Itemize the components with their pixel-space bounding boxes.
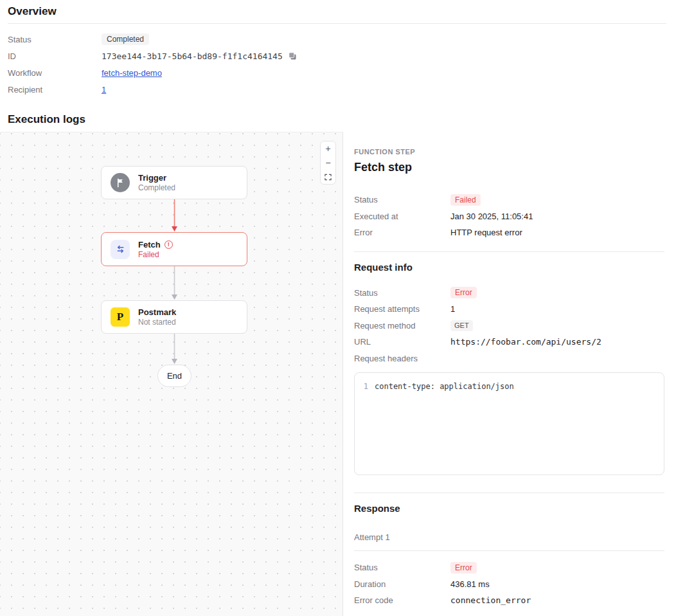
response-error-code-row: Error code connection_error [354, 592, 664, 609]
edge-postmark-end [170, 334, 179, 365]
step-error-row: Error HTTP request error [354, 224, 664, 241]
request-attempts-row: Request attempts 1 [354, 301, 664, 318]
status-label: Status [8, 35, 102, 44]
recipient-link[interactable]: 1 [102, 85, 106, 95]
node-trigger[interactable]: Trigger Completed [101, 166, 247, 199]
fetch-swap-icon [111, 240, 130, 259]
executed-at-label: Executed at [354, 212, 450, 221]
edge-fetch-postmark [170, 266, 179, 300]
attempt-label: Attempt 1 [354, 532, 664, 551]
status-badge: Completed [102, 33, 149, 45]
postmark-logo-icon: P [111, 307, 130, 327]
request-info-divider [354, 251, 664, 252]
request-headers-code-block: 1 content-type: application/json [354, 372, 664, 475]
workflow-canvas[interactable]: + − Trigger Completed [0, 132, 343, 616]
overview-id-row: ID 173ee144-3b17-5b64-bd89-f1f1c4164145 [8, 48, 666, 64]
node-end: End [157, 365, 191, 387]
workflow-link[interactable]: fetch-step-demo [102, 68, 162, 78]
request-url-value: https://foobar.com/api/users/2 [450, 337, 601, 347]
request-method-label: Request method [354, 321, 450, 331]
copy-icon [288, 51, 297, 60]
step-title: Fetch step [354, 161, 664, 174]
executed-at-row: Executed at Jan 30 2025, 11:05:41 [354, 208, 664, 225]
response-duration-row: Duration 436.81 ms [354, 576, 664, 593]
zoom-in-button[interactable]: + [321, 141, 335, 156]
canvas-zoom-controls: + − [320, 141, 336, 185]
request-info-rows: Status Error Request attempts 1 Request … [354, 285, 664, 367]
code-line-content: content-type: application/json [375, 382, 514, 391]
response-title: Response [354, 503, 664, 514]
transaction-id: 173ee144-3b17-5b64-bd89-f1f1c4164145 [102, 51, 283, 61]
request-url-row: URL https://foobar.com/api/users/2 [354, 334, 664, 350]
request-url-label: URL [354, 337, 450, 347]
page-title: Overview [8, 5, 666, 18]
node-postmark[interactable]: P Postmark Not started [101, 300, 247, 334]
request-headers-row: Request headers [354, 350, 664, 367]
code-line-number: 1 [362, 382, 368, 391]
response-duration-value: 436.81 ms [450, 579, 490, 589]
request-status-row: Status Error [354, 285, 664, 302]
fit-view-button[interactable] [321, 170, 335, 184]
request-method-row: Request method GET [354, 318, 664, 334]
executed-at-value: Jan 30 2025, 11:05:41 [450, 212, 533, 221]
fetch-node-status: Failed [138, 250, 173, 259]
postmark-node-title: Postmark [138, 307, 176, 317]
zoom-out-button[interactable]: − [321, 156, 335, 170]
trigger-node-title: Trigger [138, 173, 166, 183]
trigger-flag-icon [111, 173, 130, 192]
overview-section: Overview Status Completed ID 173ee144-3b… [0, 0, 676, 98]
id-label: ID [8, 51, 102, 61]
response-divider [354, 493, 664, 493]
execution-logs-body: + − Trigger Completed [0, 132, 676, 616]
trigger-node-status: Completed [138, 183, 175, 192]
node-fetch[interactable]: Fetch ! Failed [101, 232, 247, 266]
request-attempts-label: Request attempts [354, 304, 450, 314]
response-duration-label: Duration [354, 579, 450, 589]
execution-logs-title: Execution logs [8, 113, 668, 126]
overview-recipient-row: Recipient 1 [8, 81, 666, 98]
fetch-node-title: Fetch [138, 240, 161, 249]
edge-trigger-fetch [170, 199, 179, 232]
response-status-badge: Error [450, 562, 477, 574]
postmark-monogram: P [117, 311, 123, 323]
response-status-label: Status [354, 563, 450, 572]
request-status-label: Status [354, 288, 450, 298]
step-status-badge: Failed [450, 194, 481, 206]
request-method-badge: GET [450, 320, 473, 331]
overview-status-row: Status Completed [8, 31, 666, 48]
step-summary-rows: Status Failed Executed at Jan 30 2025, 1… [354, 192, 664, 241]
step-status-label: Status [354, 195, 450, 204]
response-status-row: Status Error [354, 559, 664, 576]
step-detail-panel: FUNCTION STEP Fetch step Status Failed E… [343, 132, 676, 616]
step-type-kicker: FUNCTION STEP [354, 148, 664, 156]
step-error-label: Error [354, 228, 450, 237]
overview-rows: Status Completed ID 173ee144-3b17-5b64-b… [8, 24, 666, 98]
fetch-warning-icon: ! [165, 240, 173, 249]
workflow-label: Workflow [8, 68, 102, 78]
response-error-code-label: Error code [354, 595, 450, 605]
response-error-code-value: connection_error [450, 595, 531, 605]
request-headers-label: Request headers [354, 354, 450, 363]
fullscreen-icon [325, 174, 332, 181]
response-rows: Status Error Duration 436.81 ms Error co… [354, 559, 664, 609]
step-status-row: Status Failed [354, 192, 664, 208]
request-status-badge: Error [450, 287, 477, 298]
recipient-label: Recipient [8, 85, 102, 95]
request-info-title: Request info [354, 262, 664, 273]
request-attempts-value: 1 [450, 304, 455, 314]
step-error-value: HTTP request error [450, 228, 522, 237]
code-line: 1 content-type: application/json [362, 382, 656, 391]
postmark-node-status: Not started [138, 318, 176, 327]
copy-id-button[interactable] [288, 51, 297, 60]
overview-workflow-row: Workflow fetch-step-demo [8, 64, 666, 81]
